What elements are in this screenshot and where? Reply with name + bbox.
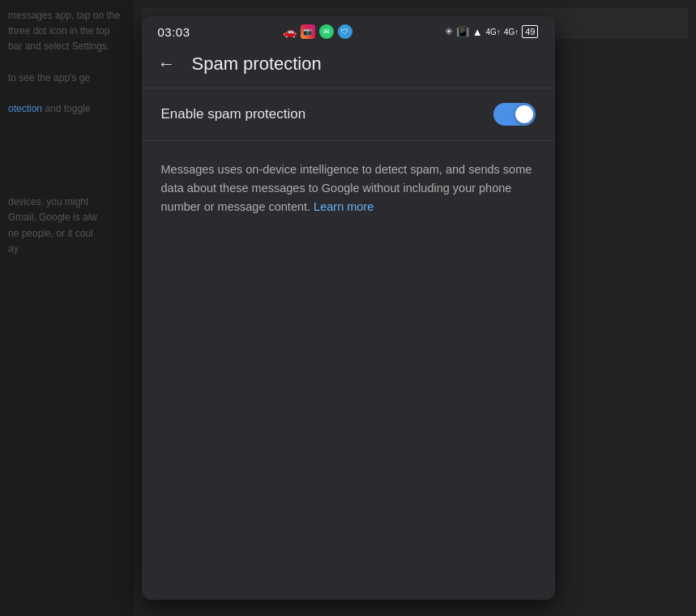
status-app-icons: 🚗 📷 ✉ 🛡 bbox=[283, 24, 352, 39]
learn-more-link[interactable]: Learn more bbox=[314, 200, 374, 213]
modal-overlay: 03:03 🚗 📷 ✉ 🛡 ✳ 📳 ▲ 4G↑ 4G↑ 49 bbox=[0, 0, 696, 616]
signal-icon-2: 4G↑ bbox=[504, 28, 519, 36]
battery-level: 49 bbox=[525, 27, 535, 36]
vibrate-icon: 📳 bbox=[456, 26, 469, 38]
spam-protection-toggle[interactable] bbox=[493, 103, 536, 126]
bluetooth-icon: ✳ bbox=[445, 26, 453, 37]
shield-icon: 🛡 bbox=[338, 24, 352, 39]
signal-icon-1: 4G↑ bbox=[486, 28, 501, 36]
spam-description: Messages uses on-device intelligence to … bbox=[142, 141, 555, 237]
spam-protection-label: Enable spam protection bbox=[161, 106, 306, 122]
page-title: Spam protection bbox=[192, 53, 322, 75]
instagram-icon: 📷 bbox=[301, 24, 315, 39]
status-bar: 03:03 🚗 📷 ✉ 🛡 ✳ 📳 ▲ 4G↑ 4G↑ 49 bbox=[142, 16, 555, 44]
description-text: Messages uses on-device intelligence to … bbox=[161, 160, 536, 217]
empty-content-area bbox=[142, 237, 555, 577]
battery-icon: 49 bbox=[522, 25, 538, 38]
spam-protection-toggle-row[interactable]: Enable spam protection bbox=[142, 88, 555, 141]
wifi-icon: ▲ bbox=[472, 26, 483, 38]
status-time: 03:03 bbox=[158, 25, 190, 39]
status-system-icons: ✳ 📳 ▲ 4G↑ 4G↑ 49 bbox=[445, 25, 539, 38]
settings-content: Enable spam protection Messages uses on-… bbox=[142, 88, 555, 577]
phone-modal: 03:03 🚗 📷 ✉ 🛡 ✳ 📳 ▲ 4G↑ 4G↑ 49 bbox=[142, 16, 555, 600]
back-button[interactable]: ← bbox=[158, 55, 176, 73]
car-icon: 🚗 bbox=[283, 25, 297, 38]
messages-icon: ✉ bbox=[319, 24, 334, 39]
page-header: ← Spam protection bbox=[142, 44, 555, 88]
toggle-thumb bbox=[515, 105, 533, 123]
